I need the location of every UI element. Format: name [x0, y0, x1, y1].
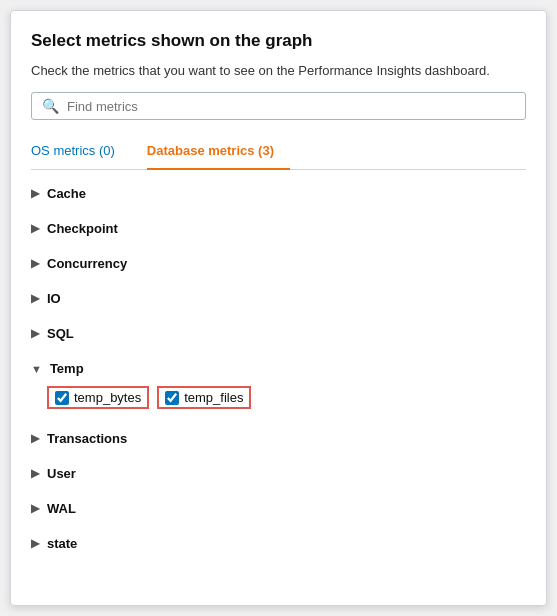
- group-state-header[interactable]: state: [31, 532, 526, 555]
- group-concurrency-header[interactable]: Concurrency: [31, 252, 526, 275]
- group-sql-header[interactable]: SQL: [31, 322, 526, 345]
- metrics-list: Cache Checkpoint Concurrency IO: [31, 176, 526, 561]
- tab-os[interactable]: OS metrics (0): [31, 135, 131, 170]
- group-transactions-header[interactable]: Transactions: [31, 427, 526, 450]
- group-io-label: IO: [47, 291, 61, 306]
- group-cache-header[interactable]: Cache: [31, 182, 526, 205]
- temp-files-label: temp_files: [184, 390, 243, 405]
- modal: Select metrics shown on the graph Check …: [10, 10, 547, 606]
- arrow-transactions-icon: [31, 432, 39, 445]
- arrow-state-icon: [31, 537, 39, 550]
- arrow-user-icon: [31, 467, 39, 480]
- group-io: IO: [31, 281, 526, 316]
- group-wal-label: WAL: [47, 501, 76, 516]
- metric-temp-files: temp_files: [157, 386, 251, 409]
- group-user: User: [31, 456, 526, 491]
- modal-description: Check the metrics that you want to see o…: [31, 63, 526, 78]
- group-wal-header[interactable]: WAL: [31, 497, 526, 520]
- group-user-label: User: [47, 466, 76, 481]
- group-checkpoint-header[interactable]: Checkpoint: [31, 217, 526, 240]
- tab-db[interactable]: Database metrics (3): [147, 135, 290, 170]
- group-wal: WAL: [31, 491, 526, 526]
- modal-title: Select metrics shown on the graph: [31, 31, 526, 51]
- group-concurrency-label: Concurrency: [47, 256, 127, 271]
- arrow-temp-icon: [31, 363, 42, 375]
- checkbox-temp-bytes[interactable]: [55, 391, 69, 405]
- metric-temp-bytes: temp_bytes: [47, 386, 149, 409]
- group-checkpoint: Checkpoint: [31, 211, 526, 246]
- group-checkpoint-label: Checkpoint: [47, 221, 118, 236]
- arrow-checkpoint-icon: [31, 222, 39, 235]
- group-transactions: Transactions: [31, 421, 526, 456]
- group-state-label: state: [47, 536, 77, 551]
- checkbox-temp-files[interactable]: [165, 391, 179, 405]
- arrow-wal-icon: [31, 502, 39, 515]
- arrow-cache-icon: [31, 187, 39, 200]
- group-transactions-label: Transactions: [47, 431, 127, 446]
- tabs: OS metrics (0) Database metrics (3): [31, 134, 526, 170]
- arrow-io-icon: [31, 292, 39, 305]
- group-sql-label: SQL: [47, 326, 74, 341]
- group-io-header[interactable]: IO: [31, 287, 526, 310]
- group-concurrency: Concurrency: [31, 246, 526, 281]
- group-state: state: [31, 526, 526, 561]
- temp-bytes-label: temp_bytes: [74, 390, 141, 405]
- group-user-header[interactable]: User: [31, 462, 526, 485]
- temp-children: temp_bytes temp_files: [31, 380, 526, 415]
- group-cache-label: Cache: [47, 186, 86, 201]
- group-cache: Cache: [31, 176, 526, 211]
- search-input[interactable]: [67, 99, 515, 114]
- arrow-concurrency-icon: [31, 257, 39, 270]
- arrow-sql-icon: [31, 327, 39, 340]
- group-temp-label: Temp: [50, 361, 84, 376]
- search-box: 🔍: [31, 92, 526, 120]
- search-icon: 🔍: [42, 98, 59, 114]
- group-temp-header[interactable]: Temp: [31, 357, 526, 380]
- group-temp: Temp temp_bytes temp_files: [31, 351, 526, 421]
- group-sql: SQL: [31, 316, 526, 351]
